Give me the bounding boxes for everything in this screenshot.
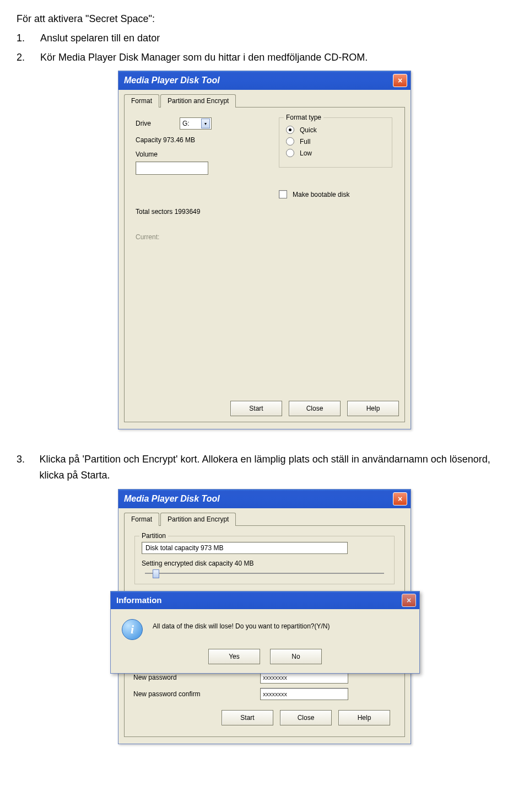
bootable-label: Make bootable disk [293,191,349,198]
partition-legend: Partition [139,532,168,540]
radio-full[interactable] [286,137,294,146]
close-button[interactable]: Close [280,710,332,725]
slider-handle[interactable] [153,569,159,578]
list-num-3: 3. [17,451,24,483]
radio-quick-label: Quick [300,126,317,134]
no-button[interactable]: No [270,649,322,664]
dialog2-title: Media Player Disk Tool [124,494,220,504]
information-dialog: Information × i All data of the disk wil… [110,591,420,674]
close-button[interactable]: Close [289,401,341,416]
dialog2-titlebar[interactable]: Media Player Disk Tool × [118,490,411,508]
radio-full-label: Full [300,138,310,146]
dialog1-title: Media Player Disk Tool [124,76,220,85]
list-text-1: Anslut spelaren till en dator [40,30,160,46]
drive-select[interactable]: G: ▾ [180,117,212,130]
close-icon[interactable]: × [402,594,416,607]
tab-partition-encrypt[interactable]: Partition and Encrypt [160,513,236,526]
close-icon[interactable]: × [393,492,407,506]
info-title: Information [116,595,162,605]
info-icon: i [122,619,143,640]
start-button[interactable]: Start [222,710,273,725]
radio-low[interactable] [286,149,294,157]
list-num-2: 2. [17,50,25,66]
dialog1-titlebar[interactable]: Media Player Disk Tool × [118,71,411,90]
bootable-checkbox[interactable] [279,190,287,198]
disk-tool-dialog-format: Media Player Disk Tool × Format Partitio… [118,71,411,429]
drive-value: G: [182,120,190,127]
help-button[interactable]: Help [338,710,390,725]
info-titlebar[interactable]: Information × [111,591,419,609]
chevron-down-icon[interactable]: ▾ [201,119,210,128]
help-button[interactable]: Help [347,401,399,416]
partition-group: Partition Disk total capacity 973 MB Set… [134,536,395,584]
capacity-slider[interactable] [145,573,384,574]
radio-quick[interactable] [286,126,294,134]
drive-label: Drive [136,120,180,127]
tab-format[interactable]: Format [124,94,159,107]
list-text-3: Klicka på 'Partition och Encrypt' kort. … [40,451,512,483]
volume-label: Volume [136,150,158,158]
list-num-1: 1. [17,30,25,46]
info-message: All data of the disk will lose! Do you w… [153,619,408,630]
current-label: Current: [136,233,393,241]
doc-heading: För att aktivera "Secret Space": [17,11,512,27]
total-sectors-label: Total sectors 1993649 [136,208,393,216]
new-password-label: New password [133,674,260,681]
start-button[interactable]: Start [230,401,282,416]
tab-partition-encrypt[interactable]: Partition and Encrypt [160,94,236,107]
format-type-group: Format type Quick Full Low [279,117,392,168]
encrypted-capacity-label: Setting encrypted disk capacity 40 MB [142,560,387,567]
radio-low-label: Low [300,149,312,157]
confirm-password-input[interactable]: xxxxxxxx [260,688,348,700]
tab-format[interactable]: Format [124,513,159,526]
yes-button[interactable]: Yes [208,649,260,664]
confirm-password-label: New password confirm [133,690,260,698]
disk-total-capacity: Disk total capacity 973 MB [142,542,348,554]
capacity-label: Capacity 973.46 MB [136,136,195,144]
list-text-2: Kör Media Player Disk Manager som du hit… [40,50,368,66]
close-icon[interactable]: × [393,74,407,87]
format-type-legend: Format type [284,114,323,121]
disk-tool-dialog-partition: Media Player Disk Tool × Format Partitio… [118,489,411,744]
volume-input[interactable] [136,162,208,175]
